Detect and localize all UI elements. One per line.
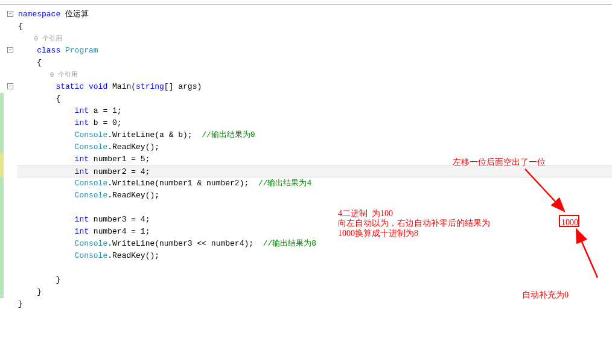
ns-name: 位运算 [60,10,89,19]
code-line[interactable]: int b = 0; [17,117,612,129]
cls: Console [18,239,107,248]
fold-method[interactable] [7,83,13,89]
codelens[interactable]: 0 个引用 [17,69,612,81]
code-line[interactable]: { [17,21,612,33]
kw: int [18,215,89,224]
txt: .WriteLine(number3 << number4); [107,239,263,248]
txt: .ReadKey(); [107,251,159,260]
txt: .ReadKey(); [107,142,159,152]
cls: Console [18,191,107,200]
code-line[interactable] [17,262,612,274]
kw: static void [18,82,107,91]
kw: int [18,167,89,176]
kw-namespace: namespace [18,10,60,19]
code-line[interactable]: namespace 位运算 [17,8,612,21]
cls-name: Program [60,46,98,55]
cls: Console [18,251,107,260]
txt: [] args) [164,82,202,91]
code-line[interactable]: int a = 1; [17,105,612,117]
marker-green-2 [0,177,4,298]
fold-namespace[interactable] [7,11,13,17]
annotation-mid-2: 向左自动以为，右边自动补零后的结果为 [338,218,490,229]
txt: number1 = 5; [89,155,150,164]
txt: a = 1; [89,106,122,115]
tab-bar [0,0,612,5]
kw: string [136,82,164,91]
txt: Main( [107,82,136,91]
code-line[interactable]: } [17,274,612,286]
txt: .WriteLine(number1 & number2); [107,179,258,188]
kw: int [18,227,89,236]
cls: Console [18,142,107,152]
cls: Console [18,130,107,139]
txt: number3 = 4; [89,215,150,224]
cls: Console [18,179,107,188]
txt: number2 = 4; [89,167,150,176]
code-line[interactable]: Console.WriteLine(number1 & number2); //… [17,177,612,190]
code-line[interactable]: Console.ReadKey(); [17,141,612,153]
txt: 向左自动以为，右边自动补零后的结果为 [338,219,490,228]
kw-class: class [18,46,60,55]
gutter [0,5,17,310]
code-line[interactable]: class Program [17,45,612,57]
code-line[interactable]: int number3 = 4; [17,214,612,226]
code-line[interactable]: Console.ReadKey(); [17,250,612,262]
code-line[interactable]: Console.ReadKey(); [17,190,612,202]
annotation-bottom: 自动补充为0 [522,290,569,301]
marker-yellow [0,153,4,177]
code-line[interactable]: static void Main(string[] args) [17,81,612,93]
txt: .ReadKey(); [107,191,159,200]
txt: number4 = 1; [89,227,150,236]
kw: int [18,118,89,127]
code-line[interactable]: Console.WriteLine(a & b); //输出结果为0 [17,129,612,141]
annotation-mid-3: 1000换算成十进制为8 [338,228,418,239]
annotation-top: 左移一位后面空出了一位 [453,157,546,168]
comment: //输出结果为0 [202,130,255,139]
code-line[interactable]: { [17,57,612,69]
code-line[interactable]: int number4 = 1; [17,226,612,238]
txt: b = 0; [89,118,122,127]
comment: //输出结果为8 [263,239,316,248]
code-line[interactable]: { [17,93,612,105]
kw: int [18,106,89,115]
comment: //输出结果为4 [258,179,311,188]
kw: int [18,155,89,164]
code-line[interactable] [17,202,612,214]
red-highlight-box [559,215,579,227]
marker-green-1 [0,93,4,153]
fold-class[interactable] [7,47,13,53]
code-line[interactable]: Console.WriteLine(number3 << number4); /… [17,238,612,250]
codelens[interactable]: 0 个引用 [17,33,612,45]
txt: .WriteLine(a & b); [107,130,202,139]
